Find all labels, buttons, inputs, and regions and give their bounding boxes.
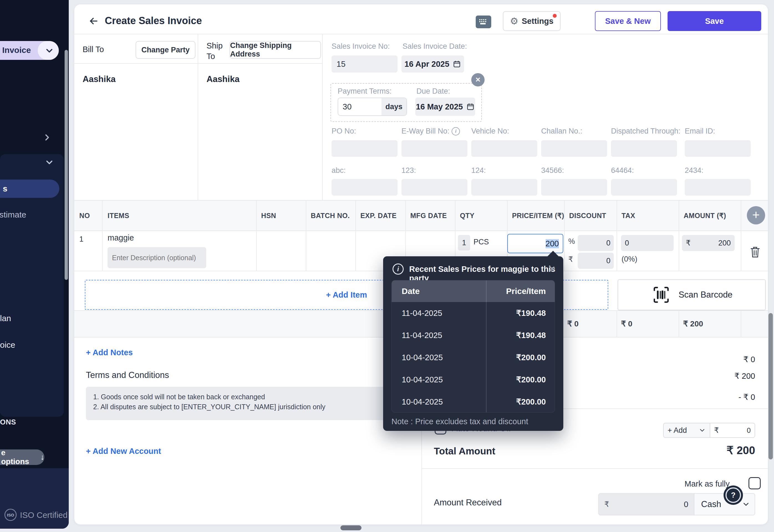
dispatched-through-input[interactable]	[611, 140, 677, 157]
custom-field-124-input[interactable]	[471, 179, 537, 196]
subtotal-col-divider	[617, 310, 617, 337]
add-column-button[interactable]: +	[747, 206, 765, 224]
sidebar-item-challan[interactable]: lan	[0, 314, 11, 323]
col-tax: TAX	[622, 212, 635, 220]
sidebar-item-selected[interactable]: s	[0, 180, 59, 198]
recent-prices-popup: i Recent Sales Prices for maggie to this…	[383, 256, 563, 431]
due-date-picker[interactable]: 16 May 2025	[415, 98, 475, 116]
popup-price-row[interactable]: 10-04-2025 ₹200.00	[392, 369, 555, 391]
info-icon-glyph: i	[397, 265, 399, 273]
total-amount-value: ₹ 200	[672, 444, 755, 457]
scan-barcode-button[interactable]: Scan Barcode	[618, 279, 766, 310]
email-id-input[interactable]	[685, 140, 751, 157]
summary-value-1: ₹ 0	[700, 355, 755, 364]
sidebar-item-invoice-dropdown[interactable]: Invoice	[0, 41, 59, 60]
row-qty-input[interactable]: 1	[458, 235, 470, 250]
eway-bill-label: E-Way Bill No: i	[402, 127, 460, 135]
iso-badge: ISO	[4, 509, 17, 521]
row-price-input[interactable]: 200	[507, 234, 563, 253]
sidebar-addons-header: ONS	[0, 418, 16, 426]
due-date-value: 16 May 2025	[416, 102, 463, 111]
row-description-input[interactable]	[108, 247, 206, 268]
iso-certified-label: ISO Certified	[20, 510, 68, 520]
shipto-meta-divider	[322, 34, 323, 200]
save-and-new-label: Save & New	[605, 17, 651, 26]
col-qty: QTY	[460, 212, 475, 220]
custom-field-2434-input[interactable]	[685, 179, 751, 196]
row-discount-amount-input[interactable]: 0	[578, 253, 614, 269]
po-no-input[interactable]	[331, 140, 398, 157]
info-icon[interactable]: i	[452, 127, 460, 135]
close-icon: ✕	[475, 76, 481, 84]
summary-value-2: ₹ 200	[700, 371, 755, 381]
rupee-symbol: ₹	[714, 426, 719, 435]
settings-notification-dot	[553, 14, 557, 18]
help-button[interactable]: ?	[724, 485, 743, 505]
chevron-down-icon[interactable]	[44, 157, 54, 167]
popup-price-row[interactable]: 10-04-2025 ₹200.00	[392, 346, 555, 369]
info-icon: i	[393, 264, 404, 275]
popup-price-row[interactable]: 11-04-2025 ₹190.48	[392, 302, 555, 324]
save-and-new-button[interactable]: Save & New	[595, 11, 661, 31]
change-shipping-address-button[interactable]: Change Shipping Address	[229, 41, 321, 59]
terms-box[interactable]: 1. Goods once sold will not be taken bac…	[86, 387, 420, 420]
payment-terms-input[interactable]: 30 days	[338, 98, 407, 116]
save-button[interactable]: Save	[668, 11, 761, 31]
custom-field-abc-input[interactable]	[331, 179, 398, 196]
more-options-button[interactable]: e options ↓	[0, 449, 44, 465]
popup-row-price: ₹190.48	[516, 308, 546, 318]
invoice-no-input[interactable]: 15	[331, 55, 398, 73]
sidebar: Invoice s stimate lan oice ONS e options…	[0, 0, 69, 529]
back-arrow-icon[interactable]	[88, 16, 99, 27]
popup-price-row[interactable]: 11-04-2025 ₹190.48	[392, 324, 555, 346]
delete-row-icon[interactable]	[749, 245, 761, 259]
challan-no-label: Challan No.:	[541, 127, 583, 135]
ship-to-label: Ship To	[206, 40, 231, 62]
add-charge-amount-input[interactable]: ₹ 0	[710, 423, 755, 438]
custom-field-64464-input[interactable]	[611, 179, 677, 196]
add-notes-link[interactable]: + Add Notes	[86, 348, 133, 357]
row-item-name[interactable]: maggie	[108, 233, 134, 242]
billto-shipto-divider	[198, 34, 198, 200]
popup-row-price: ₹190.48	[516, 331, 546, 340]
iso-badge-label: ISO	[7, 513, 14, 517]
custom-field-34566-label: 34566:	[541, 166, 564, 175]
keyboard-shortcuts-icon[interactable]	[476, 16, 491, 28]
add-charge-dropdown[interactable]: + Add	[663, 423, 710, 438]
payment-terms-close-button[interactable]: ✕	[471, 73, 485, 86]
amount-received-input[interactable]: ₹ 0	[598, 493, 694, 515]
plus-icon: +	[752, 208, 760, 221]
change-party-button[interactable]: Change Party	[136, 41, 195, 59]
eway-bill-input[interactable]	[402, 140, 468, 157]
popup-caret	[547, 251, 559, 257]
row-unit[interactable]: PCS	[474, 238, 489, 246]
create-sales-invoice-page: Invoice s stimate lan oice ONS e options…	[0, 0, 774, 532]
row-discount-percent-input[interactable]: 0	[578, 235, 614, 251]
chevron-right-icon[interactable]	[42, 132, 52, 142]
invoice-date-value: 16 Apr 2025	[405, 60, 450, 69]
row-tax-input[interactable]: 0	[621, 235, 674, 251]
close-icon[interactable]: ✕	[549, 264, 556, 274]
popup-row-price: ₹200.00	[516, 375, 546, 384]
settings-button[interactable]: ⚙ Settings	[503, 11, 561, 31]
mark-fully-paid-checkbox[interactable]	[749, 477, 761, 489]
sidebar-item-estimate[interactable]: stimate	[0, 210, 26, 219]
vehicle-no-input[interactable]	[471, 140, 537, 157]
sidebar-scrollbar[interactable]	[65, 50, 68, 280]
vertical-scrollbar[interactable]	[768, 313, 773, 459]
invoice-date-picker[interactable]: 16 Apr 2025	[402, 55, 464, 73]
custom-field-34566-input[interactable]	[541, 179, 607, 196]
popup-row-date: 11-04-2025	[402, 331, 442, 340]
amount-value: 200	[718, 239, 731, 247]
add-new-account-link[interactable]: + Add New Account	[86, 447, 161, 456]
sidebar-item-proforma[interactable]: oice	[0, 340, 15, 350]
custom-field-123-input[interactable]	[402, 179, 468, 196]
custom-field-2434-label: 2434:	[685, 166, 704, 175]
popup-price-row[interactable]: 10-04-2025 ₹200.00	[392, 391, 555, 413]
dispatched-through-label: Dispatched Through:	[611, 127, 680, 135]
po-no-label: PO No:	[331, 127, 356, 135]
chevron-down-icon	[44, 46, 54, 56]
summary-value-3: - ₹ 0	[700, 392, 755, 402]
horizontal-scrollbar[interactable]	[340, 525, 361, 530]
challan-no-input[interactable]	[541, 140, 607, 157]
